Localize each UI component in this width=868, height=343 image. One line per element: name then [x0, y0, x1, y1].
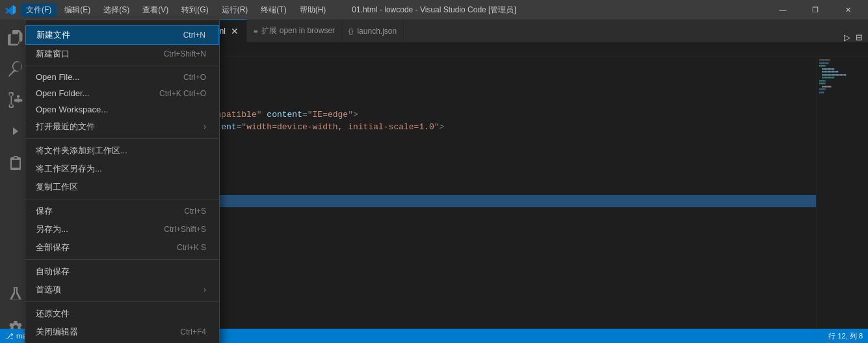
menu-add-folder-workspace[interactable]: 将文件夹添加到工作区...	[25, 142, 219, 160]
tab-launch-json[interactable]: {} launch.json	[342, 19, 404, 42]
tab-close-01html[interactable]: ✕	[230, 27, 240, 36]
menu-section-new: 新建文件 Ctrl+N 新建窗口 Ctrl+Shift+N	[25, 23, 219, 66]
title-bar-left: 文件(F) 编辑(E) 选择(S) 查看(V) 转到(G) 运行(R) 终端(T…	[5, 3, 331, 17]
menu-section-autosave: 自动保存 首选项 ›	[25, 260, 219, 302]
tab-label-launch-json: launch.json	[357, 27, 397, 36]
menu-save-workspace-as[interactable]: 将工作区另存为...	[25, 160, 219, 178]
maximize-button[interactable]: ❐	[800, 0, 830, 19]
menu-new-window[interactable]: 新建窗口 Ctrl+Shift+N	[25, 45, 219, 63]
vscode-logo	[5, 5, 16, 15]
main-layout: 新建文件 Ctrl+N 新建窗口 Ctrl+Shift+N Open File.…	[0, 19, 868, 343]
minimap-content: ██████████████ ████████████ ████████ ███…	[819, 59, 865, 94]
title-text: 01.html - lowcode - Visual Studio Code […	[352, 5, 516, 16]
minimap: ██████████████ ████████████ ████████ ███…	[816, 57, 868, 343]
split-icon[interactable]: ⊟	[856, 32, 863, 42]
tab-label-open-in-browser: 扩展 open in browser	[261, 25, 335, 36]
json-icon: {}	[349, 27, 353, 35]
menu-edit[interactable]: 编辑(E)	[59, 3, 96, 17]
minimize-button[interactable]: —	[768, 0, 798, 19]
status-position[interactable]: 行 12, 列 8	[828, 331, 863, 341]
menu-select[interactable]: 选择(S)	[98, 3, 135, 17]
tab-open-in-browser[interactable]: ≡ 扩展 open in browser	[247, 19, 342, 42]
menu-file[interactable]: 文件(F)	[21, 3, 57, 17]
window-controls: — ❐ ✕	[768, 0, 863, 19]
menu-recent-files[interactable]: 打开最近的文件 ›	[25, 118, 219, 136]
menu-new-file[interactable]: 新建文件 Ctrl+N	[25, 25, 219, 45]
menu-save[interactable]: 保存 Ctrl+S	[25, 202, 219, 220]
menu-section-revert: 还原文件 关闭编辑器 Ctrl+F4 关闭文件夹	[25, 302, 219, 343]
menu-preferences[interactable]: 首选项 ›	[25, 281, 219, 299]
menu-run[interactable]: 运行(R)	[217, 3, 254, 17]
menu-goto[interactable]: 转到(G)	[176, 3, 213, 17]
menu-open-folder[interactable]: Open Folder... Ctrl+K Ctrl+O	[25, 85, 219, 101]
run-icon-tab[interactable]: ▷	[844, 32, 850, 42]
menu-section-save: 保存 Ctrl+S 另存为... Ctrl+Shift+S 全部保存 Ctrl+…	[25, 199, 219, 260]
menu-close-editor[interactable]: 关闭编辑器 Ctrl+F4	[25, 323, 219, 341]
menu-open-workspace[interactable]: Open Workspace...	[25, 101, 219, 118]
git-icon: ⎇	[5, 332, 14, 340]
close-button[interactable]: ✕	[833, 0, 863, 19]
menu-save-all[interactable]: 全部保存 Ctrl+K S	[25, 238, 219, 257]
menu-view[interactable]: 查看(V)	[137, 3, 174, 17]
menu-help[interactable]: 帮助(H)	[295, 3, 332, 17]
title-bar: 文件(F) 编辑(E) 选择(S) 查看(V) 转到(G) 运行(R) 终端(T…	[0, 0, 868, 19]
menu-auto-save[interactable]: 自动保存	[25, 262, 219, 281]
menu-terminal[interactable]: 终端(T)	[256, 3, 291, 17]
menu-open-file[interactable]: Open File... Ctrl+O	[25, 69, 219, 85]
menu-duplicate-workspace[interactable]: 复制工作区	[25, 178, 219, 196]
menu-bar: 文件(F) 编辑(E) 选择(S) 查看(V) 转到(G) 运行(R) 终端(T…	[21, 3, 331, 17]
file-menu-dropdown: 新建文件 Ctrl+N 新建窗口 Ctrl+Shift+N Open File.…	[25, 19, 220, 343]
menu-section-open: Open File... Ctrl+O Open Folder... Ctrl+…	[25, 66, 219, 139]
menu-save-as[interactable]: 另存为... Ctrl+Shift+S	[25, 220, 219, 238]
menu-revert-file[interactable]: 还原文件	[25, 305, 219, 323]
menu-section-workspace: 将文件夹添加到工作区... 将工作区另存为... 复制工作区	[25, 139, 219, 199]
extension-icon: ≡	[254, 27, 257, 35]
